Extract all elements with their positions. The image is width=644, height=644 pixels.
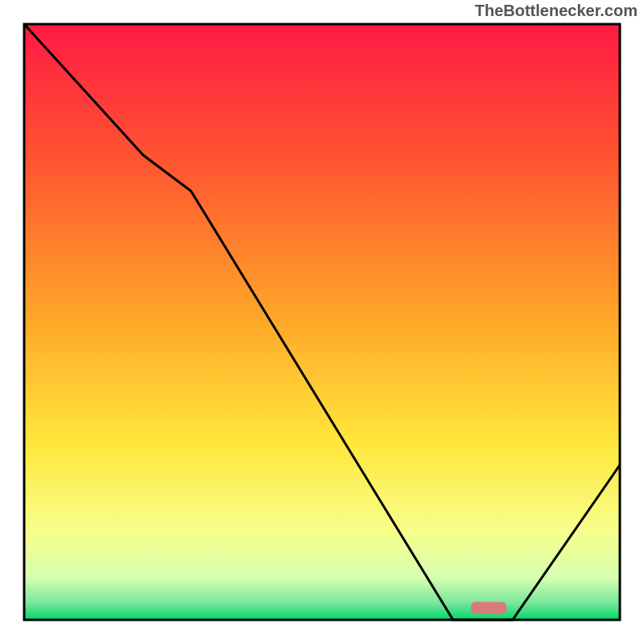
chart-container: TheBottlenecker.com <box>0 0 644 644</box>
optimum-marker <box>471 602 506 614</box>
chart-svg <box>0 0 644 644</box>
plot-background <box>24 24 620 620</box>
watermark-text: TheBottlenecker.com <box>475 2 638 20</box>
